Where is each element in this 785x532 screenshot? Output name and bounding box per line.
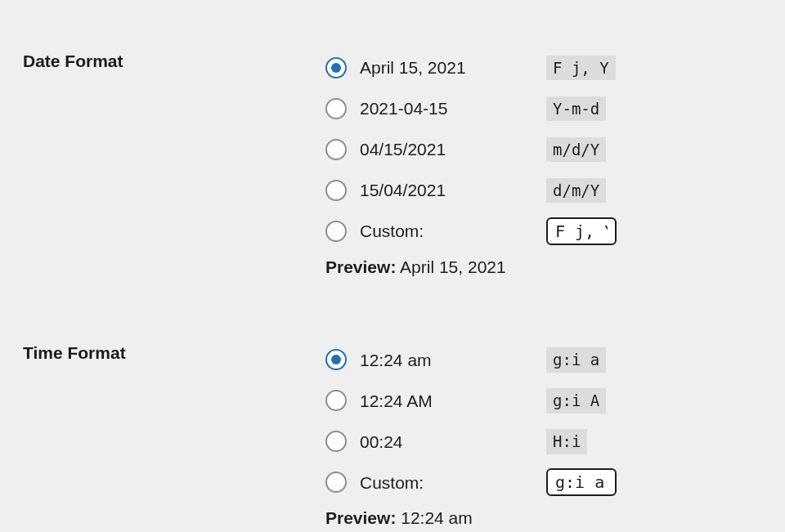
date-option-custom-row[interactable]: Custom:	[325, 211, 785, 252]
radio-icon[interactable]	[325, 139, 347, 160]
radio-icon[interactable]	[325, 98, 347, 119]
date-custom-input[interactable]	[546, 217, 617, 245]
date-custom-label: Custom:	[360, 221, 546, 241]
settings-form: Date Format April 15, 2021 F j, Y 2021-0…	[0, 0, 785, 528]
time-option-display: 12:24 am	[360, 350, 546, 370]
date-option-display: 2021-04-15	[360, 98, 546, 118]
radio-icon[interactable]	[325, 431, 347, 452]
time-option-display: 12:24 AM	[360, 391, 546, 411]
time-format-options: 12:24 am g:i a 12:24 AM g:i A 00:24 H:i …	[325, 339, 785, 528]
date-option-display: 04/15/2021	[360, 139, 546, 159]
radio-icon[interactable]	[325, 472, 347, 493]
time-option-custom-row[interactable]: Custom:	[325, 462, 785, 503]
time-preview: Preview: 12:24 am	[325, 503, 785, 528]
time-option-code: g:i A	[546, 388, 606, 414]
date-option-row[interactable]: 2021-04-15 Y-m-d	[325, 88, 785, 129]
time-option-display: 00:24	[360, 431, 546, 452]
time-custom-label: Custom:	[360, 472, 546, 493]
time-option-code: g:i a	[546, 347, 606, 373]
time-format-label: Time Format	[23, 339, 325, 528]
date-format-label: Date Format	[23, 47, 325, 339]
date-format-options: April 15, 2021 F j, Y 2021-04-15 Y-m-d 0…	[325, 47, 785, 339]
time-option-code: H:i	[546, 429, 587, 454]
date-option-display: April 15, 2021	[360, 57, 546, 78]
radio-icon[interactable]	[325, 180, 347, 201]
time-custom-input[interactable]	[546, 468, 617, 496]
date-option-display: 15/04/2021	[360, 180, 546, 200]
time-preview-value: 12:24 am	[401, 508, 473, 527]
date-option-code: d/m/Y	[546, 178, 606, 203]
radio-icon[interactable]	[325, 349, 347, 370]
date-option-row[interactable]: 04/15/2021 m/d/Y	[325, 129, 785, 170]
date-option-row[interactable]: 15/04/2021 d/m/Y	[325, 170, 785, 211]
date-option-row[interactable]: April 15, 2021 F j, Y	[325, 47, 785, 88]
time-option-row[interactable]: 12:24 AM g:i A	[325, 380, 785, 421]
radio-icon[interactable]	[325, 390, 347, 411]
date-preview-value: April 15, 2021	[400, 257, 506, 276]
time-option-row[interactable]: 00:24 H:i	[325, 421, 785, 462]
radio-icon[interactable]	[325, 57, 347, 78]
date-option-code: m/d/Y	[546, 137, 606, 163]
date-preview-label: Preview:	[325, 257, 396, 276]
date-option-code: F j, Y	[546, 56, 616, 81]
date-preview: Preview: April 15, 2021	[325, 252, 785, 277]
time-preview-label: Preview:	[325, 508, 396, 527]
date-option-code: Y-m-d	[546, 96, 606, 122]
radio-icon[interactable]	[325, 221, 347, 242]
time-option-row[interactable]: 12:24 am g:i a	[325, 339, 785, 380]
